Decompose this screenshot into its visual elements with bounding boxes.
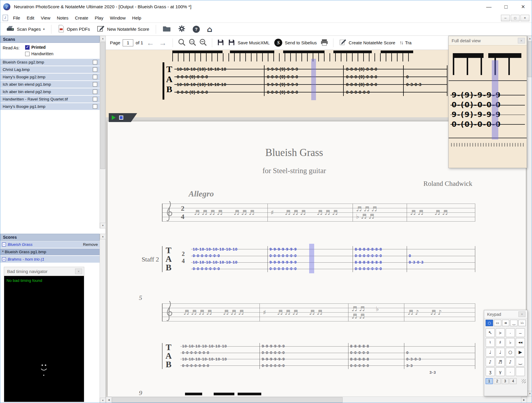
scan-item-checkbox[interactable] [93,90,97,94]
half-note-button[interactable]: ♩ [496,348,505,357]
natural-button[interactable]: ♮ [486,338,495,347]
save-musicxml-button[interactable]: Save MusicXML [227,38,271,48]
settings-button[interactable] [175,24,189,35]
flat-button[interactable]: ♭ [506,338,515,347]
vertical-scrollbar[interactable]: ▲ ▼ [527,36,532,396]
eighth-note-button[interactable]: ♪ [506,358,515,366]
scan-pages-dropdown-icon[interactable]: ▾ [43,27,45,31]
minimize-button[interactable]: — [480,0,497,13]
save-icon[interactable] [217,39,224,47]
scroll-up-button[interactable]: ▲ [527,36,532,41]
keypad-toggle-lines[interactable]: ≡ [502,320,510,326]
previous-page-button[interactable]: ← [145,39,155,47]
scan-list-item[interactable]: Handwritten - Ravel String Quartet.tif [0,96,100,103]
new-notateme-button[interactable]: New NotateMe Score [94,24,152,35]
close-icon[interactable]: × [518,38,525,43]
handwritten-checkbox[interactable] [25,52,30,56]
sixteenth-note-button[interactable]: ♬ [496,358,505,366]
close-button[interactable]: × [515,0,532,13]
page-number-input[interactable] [123,39,133,46]
collapse-icon[interactable]: − [2,243,6,246]
scan-list-item[interactable]: Christ Lag.bmp [0,66,100,73]
horizontal-scrollbar[interactable]: ◀ ▶ [106,396,527,403]
menu-create[interactable]: Create [72,13,91,22]
transpose-button[interactable]: ↑↓ Tra [399,39,412,47]
score-name[interactable]: Blueish Grass [8,242,33,247]
expand-icon[interactable]: + [2,257,6,261]
menu-notes[interactable]: Notes [53,13,72,22]
quarter-rest-button[interactable]: ʒ [486,367,495,376]
maximize-button[interactable]: □ [497,0,515,13]
keypad-toggle-accidentals[interactable]: ♭♭ [518,320,526,326]
sharp-button[interactable]: ♯ [496,338,505,347]
printed-option[interactable]: Printed [25,45,46,50]
scan-list-item[interactable]: Harry's Boogie pg1.bmp [0,103,100,110]
menu-window[interactable]: Window [107,13,129,22]
keypad-toggle-ties[interactable]: ‿ [510,320,518,326]
mdi-restore-button[interactable]: □ [511,15,520,21]
score-name[interactable]: Brahms - horn trio (1 [8,257,44,261]
scans-scrollbar[interactable]: ▲ ▼ [100,36,106,228]
scroll-down-button[interactable]: ▼ [527,391,532,396]
scan-list-item[interactable]: Blueish Grass pg2.bmp [0,59,100,66]
open-folder-button[interactable] [160,24,174,34]
rewind-button[interactable]: ◀◀ [516,338,525,347]
blank-button[interactable] [516,367,525,376]
scan-item-checkbox[interactable] [93,60,97,64]
printed-checkbox[interactable] [25,45,30,50]
scroll-up-button[interactable]: ▲ [100,234,106,239]
full-detail-header[interactable]: Full detail view × [449,36,527,46]
bad-timing-header[interactable]: Bad timing navigator × [4,267,84,276]
pointer-tool-button[interactable]: ↖ [486,328,495,337]
scan-pages-button[interactable]: Scan Pages ▾ [3,24,48,34]
next-page-button[interactable]: → [158,39,168,47]
score-row-page-selected[interactable]: * Blueish Grass pg1.bmp [0,248,100,255]
scroll-up-button[interactable]: ▲ [100,36,106,41]
menu-file[interactable]: File [10,13,23,22]
keypad-tab-2[interactable]: 2 [494,378,501,384]
scroll-thumb[interactable] [528,42,532,77]
scan-list-item[interactable]: Ich aber bin elend pg1.bmp [0,81,100,88]
menu-view[interactable]: View [38,13,53,22]
zoom-in-icon[interactable] [178,38,186,47]
play-button[interactable]: ▶ [516,348,525,357]
scroll-down-button[interactable]: ▼ [100,223,106,228]
create-notateme-button[interactable]: Create NotateMe Score [338,38,397,48]
scan-item-checkbox[interactable] [93,104,97,109]
menu-play[interactable]: Play [92,13,107,22]
menu-help[interactable]: Help [129,13,145,22]
scores-scrollbar[interactable]: ▲ ▼ [100,234,106,403]
keypad-tab-4[interactable]: 4 [510,378,517,384]
eighth-note-button[interactable]: ♪ [486,358,495,366]
dot-button[interactable]: · [506,367,515,376]
scan-item-checkbox[interactable] [93,75,97,79]
scan-list-item[interactable]: Ich aber bin elend pg2.bmp [0,88,100,95]
mdi-minimize-button[interactable]: – [501,15,510,21]
scan-item-checkbox[interactable] [93,97,97,101]
menu-edit[interactable]: Edit [23,13,38,22]
accent-button[interactable]: > [496,328,505,337]
close-icon[interactable]: × [75,269,82,274]
scroll-down-button[interactable]: ▼ [100,398,106,403]
keypad-tab-3[interactable]: 3 [502,378,509,384]
zoom-out-icon[interactable] [199,38,207,47]
score-row-blueish-grass[interactable]: − Blueish Grass Remove [0,241,100,248]
eighth-rest-button[interactable]: γ [496,367,505,376]
keypad-toggle-notes[interactable]: ○ [486,320,493,326]
home-button[interactable]: ⌂ [204,25,215,34]
quarter-note-button[interactable]: ♩ [486,348,495,357]
remove-score-link[interactable]: Remove [83,242,98,247]
keypad-header[interactable]: Keypad × [484,310,527,318]
send-to-sibelius-button[interactable]: S Send to Sibelius [273,38,318,48]
scroll-thumb[interactable] [112,397,343,403]
print-icon[interactable] [320,39,328,47]
handwritten-option[interactable]: Handwritten [25,51,53,56]
open-pdfs-button[interactable]: Open PDFs [55,24,93,35]
scan-item-checkbox[interactable] [93,82,97,87]
scan-item-checkbox[interactable] [93,67,97,72]
keypad-toggle-beams[interactable]: ▭ [494,320,501,326]
resize-grip[interactable] [522,379,526,383]
dot-button[interactable]: · [506,328,515,337]
whole-note-button[interactable]: ○ [506,348,515,357]
mdi-close-button[interactable]: × [520,15,529,21]
